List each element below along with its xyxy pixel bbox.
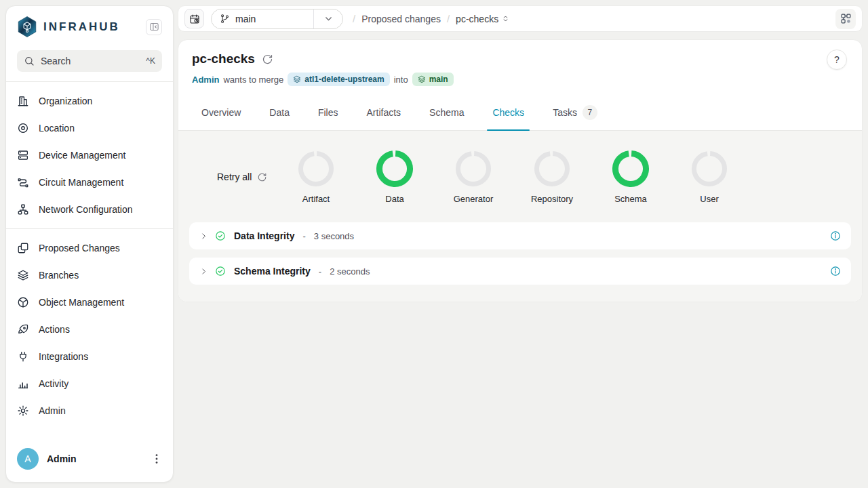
search-shortcut: ^K <box>146 56 155 66</box>
check-ring-user[interactable]: User <box>670 150 749 204</box>
sidebar-item-integrations[interactable]: Integrations <box>6 343 173 370</box>
sidebar-item-label: Device Management <box>39 150 125 161</box>
ring-label: Data <box>385 194 403 204</box>
check-ring-artifact[interactable]: Artifact <box>277 150 355 204</box>
tab-checks[interactable]: Checks <box>483 95 534 130</box>
target-branch-badge[interactable]: main <box>412 73 454 86</box>
sidebar-item-actions[interactable]: Actions <box>6 316 173 343</box>
check-ring-schema[interactable]: Schema <box>591 150 670 204</box>
brand-header: INFRAHUB <box>6 6 173 46</box>
check-circle-icon <box>215 230 226 241</box>
into-text: into <box>394 75 408 85</box>
check-ring-generator[interactable]: Generator <box>434 150 513 204</box>
target-pin-icon <box>17 122 29 134</box>
diff-copy-icon <box>17 242 29 254</box>
check-title: Data Integrity <box>234 230 294 241</box>
progress-ring-icon <box>533 150 571 188</box>
chevron-right-icon[interactable] <box>199 232 208 241</box>
tab-tasks[interactable]: Tasks 7 <box>543 95 607 130</box>
sidebar-item-label: Branches <box>39 270 79 281</box>
breadcrumb-proposed-changes[interactable]: Proposed changes <box>361 14 441 24</box>
breadcrumb-current-label: pc-checks <box>456 14 498 24</box>
ring-label: Artifact <box>302 194 330 204</box>
chevron-down-icon[interactable] <box>314 9 342 28</box>
sidebar-item-admin[interactable]: Admin <box>6 397 173 424</box>
sidebar-item-location[interactable]: Location <box>6 115 173 142</box>
tab-data[interactable]: Data <box>260 95 299 130</box>
search-input[interactable]: Search ^K <box>17 50 162 72</box>
tab-label: Artifacts <box>367 107 401 118</box>
breadcrumb-separator: / <box>353 13 355 24</box>
author-link[interactable]: Admin <box>192 75 219 85</box>
help-button[interactable]: ? <box>827 49 847 70</box>
sidebar-item-activity[interactable]: Activity <box>6 370 173 397</box>
check-separator: - <box>302 231 305 241</box>
retry-all-button[interactable]: Retry all <box>217 171 277 182</box>
breadcrumb-current[interactable]: pc-checks <box>456 14 510 24</box>
ring-label: Schema <box>614 194 647 204</box>
breadcrumb-separator: / <box>447 13 450 24</box>
chevron-right-icon[interactable] <box>199 267 208 276</box>
ring-label: User <box>700 194 718 204</box>
sidebar-item-label: Network Configuration <box>39 204 133 215</box>
branch-selector[interactable]: main <box>211 9 343 29</box>
kebab-menu-icon[interactable] <box>150 452 163 466</box>
tab-files[interactable]: Files <box>309 95 348 130</box>
avatar: A <box>17 448 39 470</box>
panel-collapse-icon[interactable] <box>146 19 162 35</box>
source-branch-name: atl1-delete-upstream <box>304 75 384 84</box>
tab-label: Overview <box>201 107 241 118</box>
sidebar-item-object-management[interactable]: Object Management <box>6 289 173 316</box>
check-ring-data[interactable]: Data <box>355 150 434 204</box>
layers-icon <box>418 75 426 83</box>
sidebar-nav-group-1: Organization Location Device Management … <box>6 87 173 223</box>
brand-name: INFRAHUB <box>43 20 140 34</box>
check-row-schema-integrity[interactable]: Schema Integrity - 2 seconds <box>189 258 851 285</box>
branch-selector-value[interactable]: main <box>212 9 313 28</box>
tab-label: Files <box>318 107 338 118</box>
sidebar-item-proposed-changes[interactable]: Proposed Changes <box>6 235 173 262</box>
tab-artifacts[interactable]: Artifacts <box>357 95 411 130</box>
network-tree-icon <box>17 203 29 216</box>
info-icon[interactable] <box>830 266 841 277</box>
checks-panel: Retry all Artifact Data Generator Reposi… <box>178 131 862 302</box>
check-ring-repository[interactable]: Repository <box>513 150 591 204</box>
check-title: Schema Integrity <box>234 266 311 277</box>
source-branch-badge[interactable]: atl1-delete-upstream <box>288 73 389 86</box>
workflow-graph-icon[interactable] <box>835 9 856 29</box>
bar-chart-icon <box>17 378 29 390</box>
progress-ring-icon <box>454 150 492 188</box>
sidebar-item-organization[interactable]: Organization <box>6 87 173 115</box>
info-icon[interactable] <box>830 230 841 241</box>
tab-bar: Overview Data Files Artifacts Schema Che… <box>178 95 862 131</box>
retry-all-label: Retry all <box>217 171 252 182</box>
search-icon <box>24 56 35 66</box>
check-duration: 3 seconds <box>314 231 354 241</box>
tab-schema[interactable]: Schema <box>420 95 473 130</box>
sidebar-item-label: Object Management <box>39 297 124 308</box>
sidebar-item-device-management[interactable]: Device Management <box>6 142 173 169</box>
sidebar-item-network-configuration[interactable]: Network Configuration <box>6 196 173 223</box>
tab-label: Data <box>269 107 290 118</box>
search-placeholder: Search <box>41 56 140 66</box>
tab-label: Tasks <box>553 107 577 118</box>
refresh-icon <box>257 172 267 182</box>
sidebar-item-label: Admin <box>39 405 66 416</box>
check-summary-row: Retry all Artifact Data Generator Reposi… <box>189 150 851 204</box>
calendar-clock-icon[interactable] <box>184 9 204 28</box>
progress-ring-icon <box>612 150 650 188</box>
check-circle-icon <box>215 266 226 277</box>
check-row-data-integrity[interactable]: Data Integrity - 3 seconds <box>189 222 851 249</box>
sidebar-item-label: Activity <box>39 378 68 389</box>
refresh-icon[interactable] <box>262 54 273 65</box>
user-menu[interactable]: A Admin <box>6 440 173 482</box>
progress-ring-icon <box>690 150 728 188</box>
sidebar-item-circuit-management[interactable]: Circuit Management <box>6 169 173 196</box>
git-branch-icon <box>220 14 230 24</box>
plug-icon <box>17 350 29 363</box>
divider <box>6 228 173 229</box>
ring-label: Repository <box>531 194 573 204</box>
sidebar-item-branches[interactable]: Branches <box>6 262 173 289</box>
layers-icon <box>293 75 301 83</box>
tab-overview[interactable]: Overview <box>192 95 250 130</box>
